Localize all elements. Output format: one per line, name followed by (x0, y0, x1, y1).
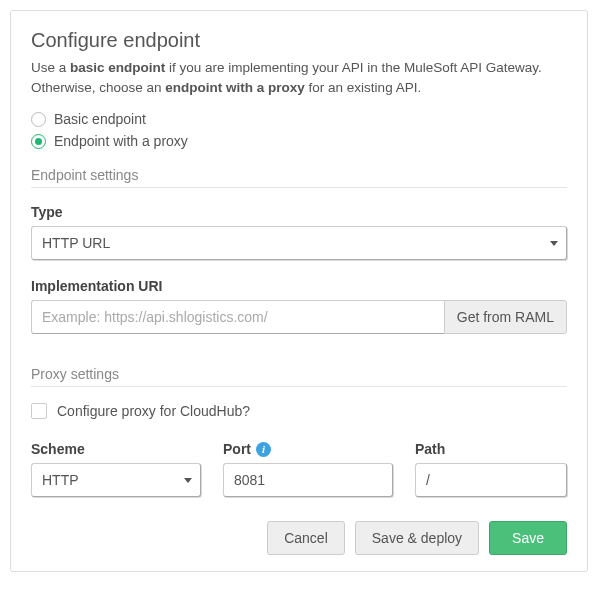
endpoint-settings-heading: Endpoint settings (31, 167, 567, 188)
path-field: Path (415, 441, 567, 497)
configure-endpoint-dialog: Configure endpoint Use a basic endpoint … (10, 10, 588, 572)
radio-icon (31, 112, 46, 127)
implementation-uri-label: Implementation URI (31, 278, 567, 294)
implementation-uri-field: Implementation URI Get from RAML (31, 278, 567, 334)
proxy-fields-row: Scheme HTTP Port i Path (31, 441, 567, 497)
radio-basic-endpoint[interactable]: Basic endpoint (31, 111, 567, 127)
scheme-label: Scheme (31, 441, 201, 457)
get-from-raml-button[interactable]: Get from RAML (444, 300, 567, 334)
port-label: Port i (223, 441, 393, 457)
checkbox-icon (31, 403, 47, 419)
implementation-uri-input[interactable] (31, 300, 444, 334)
radio-label: Basic endpoint (54, 111, 146, 127)
dialog-subtitle: Use a basic endpoint if you are implemen… (31, 58, 567, 97)
type-select[interactable]: HTTP URL (31, 226, 567, 260)
dialog-footer: Cancel Save & deploy Save (31, 521, 567, 555)
scheme-field: Scheme HTTP (31, 441, 201, 497)
proxy-settings-heading: Proxy settings (31, 366, 567, 387)
port-field: Port i (223, 441, 393, 497)
type-field: Type HTTP URL (31, 204, 567, 260)
radio-endpoint-with-proxy[interactable]: Endpoint with a proxy (31, 133, 567, 149)
save-button[interactable]: Save (489, 521, 567, 555)
cloudhub-checkbox-row[interactable]: Configure proxy for CloudHub? (31, 403, 567, 419)
port-input[interactable] (223, 463, 393, 497)
endpoint-type-radio-group: Basic endpoint Endpoint with a proxy (31, 111, 567, 149)
path-input[interactable] (415, 463, 567, 497)
type-label: Type (31, 204, 567, 220)
dialog-title: Configure endpoint (31, 29, 567, 52)
cloudhub-label: Configure proxy for CloudHub? (57, 403, 250, 419)
path-label: Path (415, 441, 567, 457)
radio-icon (31, 134, 46, 149)
cancel-button[interactable]: Cancel (267, 521, 345, 555)
info-icon[interactable]: i (256, 442, 271, 457)
save-deploy-button[interactable]: Save & deploy (355, 521, 479, 555)
radio-label: Endpoint with a proxy (54, 133, 188, 149)
scheme-select[interactable]: HTTP (31, 463, 201, 497)
